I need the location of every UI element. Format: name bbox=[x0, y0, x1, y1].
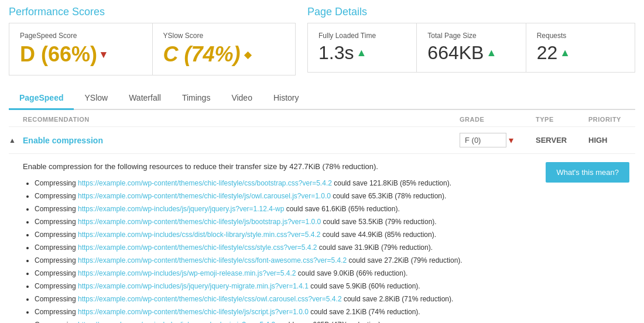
tab-video[interactable]: Video bbox=[221, 87, 263, 110]
tab-history[interactable]: History bbox=[263, 87, 310, 110]
list-item: Compressing https://example.com/wp-conte… bbox=[35, 255, 546, 266]
pagespeed-value: D (66%) ▾ bbox=[20, 42, 142, 67]
tab-waterfall[interactable]: Waterfall bbox=[118, 87, 172, 110]
resource-link[interactable]: https://example.com/wp-content/themes/ch… bbox=[78, 295, 342, 303]
whats-this-button[interactable]: What's this mean? bbox=[546, 162, 629, 183]
list-item: Compressing https://example.com/wp-conte… bbox=[35, 178, 546, 188]
list-item: Compressing https://example.com/wp-conte… bbox=[35, 307, 546, 317]
requests-label: Requests bbox=[537, 32, 624, 40]
rec-name: Enable compression bbox=[23, 136, 460, 145]
rec-details: Enable compression for the following res… bbox=[9, 154, 635, 323]
requests-arrow: ▲ bbox=[560, 47, 570, 59]
rec-description: Enable compression for the following res… bbox=[23, 162, 546, 171]
pagespeed-arrow[interactable]: ▾ bbox=[101, 48, 106, 61]
yslow-indicator[interactable]: ◆ bbox=[244, 49, 251, 60]
fully-loaded-arrow: ▲ bbox=[356, 47, 366, 59]
total-size-arrow: ▲ bbox=[486, 47, 496, 59]
fully-loaded-value: 1.3s ▲ bbox=[318, 42, 406, 64]
resource-link[interactable]: https://example.com/wp-content/themes/ch… bbox=[78, 179, 332, 187]
yslow-score-card: YSlow Score C (74%) ◆ bbox=[153, 23, 296, 75]
th-grade: GRADE bbox=[460, 116, 536, 123]
th-type: TYPE bbox=[536, 116, 588, 123]
pagespeed-label: PageSpeed Score bbox=[20, 32, 142, 40]
resource-link[interactable]: https://example.com/wp-content/themes/ch… bbox=[78, 218, 321, 226]
tab-pagespeed[interactable]: PageSpeed bbox=[9, 87, 74, 110]
list-item: Compressing https://example.com/wp-inclu… bbox=[35, 268, 546, 279]
content-area: RECOMMENDATION GRADE TYPE PRIORITY ▲ Ena… bbox=[9, 110, 635, 323]
resource-link[interactable]: https://example.com/wp-includes/js/jquer… bbox=[78, 205, 284, 213]
fully-loaded-label: Fully Loaded Time bbox=[318, 32, 406, 40]
total-size-card: Total Page Size 664KB ▲ bbox=[417, 23, 526, 72]
resource-link[interactable]: https://example.com/wp-includes/js/wp-em… bbox=[78, 269, 296, 277]
recommendation-row: ▲ Enable compression ▾ SERVER HIGH bbox=[9, 127, 635, 154]
grade-input[interactable] bbox=[460, 133, 506, 147]
resource-link[interactable]: https://example.com/wp-content/themes/ch… bbox=[78, 256, 347, 264]
grade-arrow: ▾ bbox=[509, 135, 513, 146]
requests-number: 22 bbox=[537, 42, 558, 64]
fully-loaded-card: Fully Loaded Time 1.3s ▲ bbox=[308, 23, 417, 72]
requests-card: Requests 22 ▲ bbox=[526, 23, 635, 72]
th-recommendation: RECOMMENDATION bbox=[9, 116, 460, 123]
resource-link[interactable]: https://example.com/wp-includes/js/jquer… bbox=[78, 282, 309, 290]
rec-type: SERVER bbox=[536, 136, 588, 145]
page-details-title: Page Details bbox=[307, 6, 635, 18]
list-item: Compressing https://example.com/wp-conte… bbox=[35, 191, 546, 201]
resource-link[interactable]: https://example.com/wp-content/themes/ch… bbox=[78, 192, 331, 200]
list-item: Compressing https://example.com/wp-inclu… bbox=[35, 281, 546, 291]
tab-yslow[interactable]: YSlow bbox=[74, 87, 118, 110]
yslow-grade: C (74%) bbox=[163, 42, 241, 67]
rec-list: Compressing https://example.com/wp-conte… bbox=[23, 178, 546, 323]
resource-link[interactable]: https://example.com/wp-includes/css/dist… bbox=[78, 231, 321, 239]
list-item: Compressing https://example.com/wp-inclu… bbox=[35, 204, 546, 214]
tabs-bar: PageSpeed YSlow Waterfall Timings Video … bbox=[9, 87, 635, 110]
total-size-value: 664KB ▲ bbox=[427, 42, 515, 64]
performance-scores-title: Performance Scores bbox=[9, 6, 296, 18]
list-item: Compressing https://example.com/wp-inclu… bbox=[35, 319, 546, 323]
list-item: Compressing https://example.com/wp-conte… bbox=[35, 217, 546, 227]
rec-priority: HIGH bbox=[588, 136, 635, 145]
list-item: Compressing https://example.com/wp-conte… bbox=[35, 294, 546, 304]
total-size-label: Total Page Size bbox=[427, 32, 515, 40]
pagespeed-grade: D (66%) bbox=[20, 42, 97, 67]
list-item: Compressing https://example.com/wp-conte… bbox=[35, 242, 546, 253]
fully-loaded-number: 1.3s bbox=[318, 42, 354, 64]
total-size-number: 664KB bbox=[427, 42, 484, 64]
th-priority: PRIORITY bbox=[588, 116, 635, 123]
list-item: Compressing https://example.com/wp-inclu… bbox=[35, 229, 546, 240]
table-header: RECOMMENDATION GRADE TYPE PRIORITY bbox=[9, 110, 635, 127]
tab-timings[interactable]: Timings bbox=[172, 87, 221, 110]
yslow-label: YSlow Score bbox=[163, 32, 285, 40]
grade-cell: ▾ bbox=[460, 133, 536, 147]
yslow-value: C (74%) ◆ bbox=[163, 42, 285, 67]
resource-link[interactable]: https://example.com/wp-includes/js/wp-em… bbox=[78, 321, 275, 323]
pagespeed-score-card: PageSpeed Score D (66%) ▾ bbox=[9, 23, 153, 75]
rec-toggle[interactable]: ▲ bbox=[9, 136, 23, 145]
resource-link[interactable]: https://example.com/wp-content/themes/ch… bbox=[78, 243, 317, 252]
resource-link[interactable]: https://example.com/wp-content/themes/ch… bbox=[78, 308, 309, 316]
requests-value: 22 ▲ bbox=[537, 42, 624, 64]
